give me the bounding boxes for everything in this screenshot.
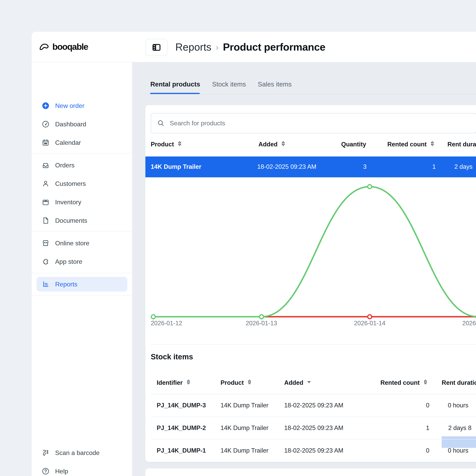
bar-chart-icon (42, 280, 50, 288)
next-card (145, 468, 476, 476)
x-axis-label: 2026-01-14 (330, 320, 409, 327)
panel-left-icon (152, 43, 161, 51)
stock-column-identifier[interactable]: Identifier (157, 378, 191, 388)
cell-identifier: PJ_14K_DUMP-2 (157, 424, 206, 432)
app-window: booqable New order Dashboard (0, 0, 476, 476)
search-icon (157, 119, 165, 127)
stock-column-rent-duration[interactable]: Rent duration (442, 378, 476, 388)
breadcrumb-separator: › (216, 42, 219, 52)
sidebar-item-dashboard[interactable]: Dashboard (36, 117, 127, 132)
x-axis-label: 2026-01-15 (438, 320, 476, 327)
sidebar-item-orders[interactable]: Orders (36, 158, 127, 172)
product-search[interactable] (151, 113, 476, 133)
column-header-quantity[interactable]: Quantity (317, 139, 366, 150)
box-icon (42, 198, 50, 206)
cell-added: 18-02-2025 09:23 AM (284, 401, 343, 410)
x-axis-label: 2026-01-13 (222, 320, 301, 327)
sidebar-item-label: App store (55, 258, 82, 265)
sidebar-item-reports[interactable]: Reports (36, 277, 127, 291)
stock-column-added[interactable]: Added (284, 378, 312, 388)
sort-icon (423, 379, 428, 387)
search-input[interactable] (169, 119, 470, 127)
cell-rent-duration: 0 hours (448, 446, 468, 455)
breadcrumb-reports-link[interactable]: Reports (175, 41, 211, 53)
cell-added: 18-02-2025 09:23 AM (284, 446, 343, 455)
sort-desc-icon (306, 379, 312, 387)
stock-table-row[interactable]: PJ_14K_DUMP-2 14K Dump Trailer 18-02-202… (145, 417, 476, 439)
cell-rent-duration: 2 days 8 (448, 424, 471, 432)
calendar-icon (42, 139, 50, 147)
sort-icon (186, 379, 191, 387)
tab-rental-products[interactable]: Rental products (150, 81, 200, 88)
column-header-rent-duration[interactable]: Rent duration (447, 139, 476, 150)
cell-quantity: 3 (318, 162, 367, 171)
sort-icon (177, 141, 183, 148)
cell-product: 14K Dump Trailer (221, 446, 268, 455)
column-header-product[interactable]: Product (151, 139, 183, 150)
page-title: Product performance (223, 41, 325, 53)
sidebar-toggle-button[interactable] (145, 39, 168, 56)
stock-column-rented-count[interactable]: Rented count (357, 378, 428, 388)
sidebar-item-new-order[interactable]: New order (36, 98, 127, 113)
sort-icon (429, 141, 435, 148)
sidebar-item-label: Scan a barcode (55, 449, 100, 457)
barcode-scanner-icon (42, 449, 50, 457)
sidebar-item-label: Reports (55, 281, 77, 288)
sidebar-item-calendar[interactable]: Calendar (36, 135, 127, 150)
stock-column-product[interactable]: Product (221, 378, 253, 388)
sidebar-divider (32, 273, 132, 273)
document-icon (42, 217, 50, 224)
sidebar-divider (32, 153, 132, 153)
sidebar: booqable New order Dashboard (32, 32, 133, 476)
booqable-logo-icon (38, 41, 50, 52)
sort-icon (280, 141, 286, 148)
storefront-icon (42, 239, 50, 247)
sidebar-divider (32, 295, 132, 296)
plus-circle-icon (42, 102, 50, 110)
help-circle-icon (42, 467, 50, 475)
sidebar-item-customers[interactable]: Customers (36, 176, 127, 191)
sort-icon (247, 379, 253, 387)
stock-table-row[interactable]: PJ_14K_DUMP-3 14K Dump Trailer 18-02-202… (145, 394, 476, 416)
cell-product: 14K Dump Trailer (221, 401, 268, 410)
cell-rented-count: 1 (377, 424, 429, 432)
breadcrumb: Reports › Product performance (175, 41, 325, 53)
table-row-selected[interactable]: 14K Dump Trailer 18-02-2025 09:23 AM 3 1… (145, 156, 476, 177)
sidebar-item-help[interactable]: Help (36, 464, 127, 476)
sidebar-item-label: Dashboard (55, 120, 86, 128)
sidebar-item-label: Help (55, 468, 68, 475)
column-header-rented-count[interactable]: Rented count (367, 139, 435, 150)
cell-rent-duration: 2 days (454, 162, 473, 171)
cell-added: 18-02-2025 09:23 AM (257, 162, 316, 171)
stock-items-heading: Stock items (151, 353, 193, 361)
cell-identifier: PJ_14K_DUMP-1 (157, 446, 206, 455)
logo: booqable (38, 41, 88, 52)
sidebar-item-label: Online store (55, 239, 89, 247)
report-tabs: Rental products Stock items Sales items (150, 81, 291, 88)
cell-rented-count: 1 (367, 162, 436, 171)
x-axis-label: 2026-01-12 (151, 320, 230, 327)
sidebar-item-documents[interactable]: Documents (36, 213, 127, 228)
cell-rented-count: 0 (377, 446, 429, 455)
sidebar-item-app-store[interactable]: App store (36, 254, 127, 269)
sidebar-item-online-store[interactable]: Online store (36, 236, 127, 251)
tab-stock-items[interactable]: Stock items (212, 81, 246, 88)
tab-sales-items[interactable]: Sales items (258, 81, 292, 88)
stock-table-row[interactable]: PJ_14K_DUMP-1 14K Dump Trailer 18-02-202… (145, 440, 476, 462)
sidebar-item-inventory[interactable]: Inventory (36, 195, 127, 209)
cell-rented-count: 0 (377, 401, 429, 410)
person-icon (42, 180, 50, 188)
sidebar-item-label: New order (55, 102, 85, 109)
sidebar-divider (32, 231, 132, 232)
sidebar-item-label: Customers (55, 180, 86, 187)
cell-identifier: PJ_14K_DUMP-3 (157, 401, 206, 410)
sidebar-item-scan-barcode[interactable]: Scan a barcode (36, 445, 127, 460)
performance-line-chart (145, 177, 476, 326)
sidebar-item-label: Orders (55, 162, 75, 169)
tabs-divider (144, 94, 476, 94)
sidebar-item-label: Documents (55, 217, 87, 224)
column-header-added[interactable]: Added (258, 139, 286, 150)
cell-product: 14K Dump Trailer (151, 162, 201, 171)
sidebar-item-label: Inventory (55, 199, 81, 206)
cell-product: 14K Dump Trailer (221, 424, 268, 432)
